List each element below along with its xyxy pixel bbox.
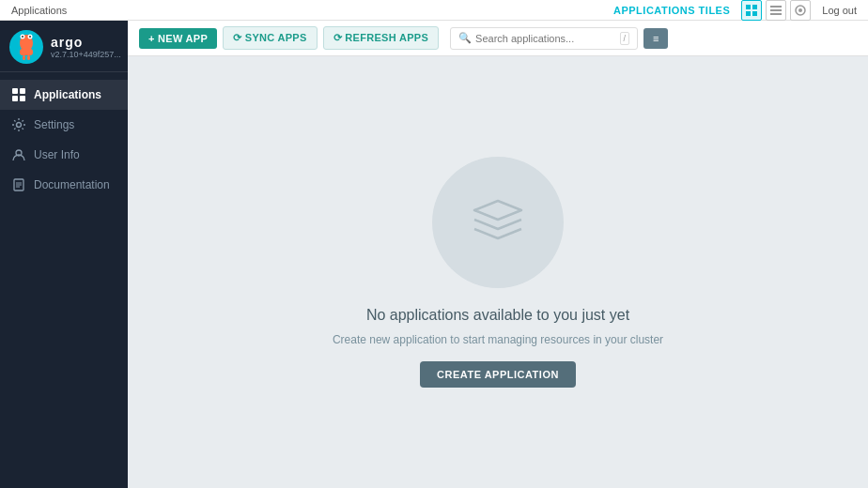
new-app-button[interactable]: + NEW APP [139, 28, 217, 49]
top-bar-right: APPLICATIONS TILES [613, 0, 857, 21]
toolbar: + NEW APP ⟳ SYNC APPS ⟳ REFRESH APPS 🔍 /… [128, 21, 868, 56]
top-bar: Applications APPLICATIONS TILES [0, 0, 868, 21]
layers-icon [465, 190, 531, 255]
sidebar-item-settings[interactable]: Settings [0, 110, 128, 140]
sidebar-item-documentation[interactable]: Documentation [0, 170, 128, 200]
sidebar-header: argo v2.7.10+449f257... ← [0, 21, 128, 72]
svg-point-8 [798, 8, 802, 12]
svg-rect-3 [752, 11, 757, 16]
svg-rect-22 [20, 96, 25, 101]
sidebar-item-user-info[interactable]: User Info [0, 140, 128, 170]
main-layout: argo v2.7.10+449f257... ← Applications [0, 21, 868, 488]
svg-point-15 [29, 36, 31, 38]
svg-rect-1 [752, 5, 757, 9]
list-view-button[interactable] [766, 0, 786, 21]
nav-tiles-link[interactable]: APPLICATIONS TILES [613, 5, 730, 16]
list-icon [770, 5, 782, 16]
content-area: + NEW APP ⟳ SYNC APPS ⟳ REFRESH APPS 🔍 /… [128, 21, 868, 488]
breadcrumb: Applications [11, 5, 67, 16]
refresh-apps-button[interactable]: ⟳ REFRESH APPS [323, 26, 439, 50]
search-shortcut: / [620, 32, 630, 45]
svg-rect-4 [770, 6, 782, 8]
svg-rect-2 [746, 11, 751, 16]
sidebar: argo v2.7.10+449f257... ← Applications [0, 21, 128, 488]
sidebar-item-applications-label: Applications [34, 88, 101, 101]
sidebar-nav: Applications Settings Us [0, 72, 128, 488]
empty-title: No applications available to you just ye… [366, 307, 629, 324]
svg-rect-19 [12, 88, 18, 94]
svg-point-23 [17, 123, 22, 128]
filter-button[interactable]: ≡ [643, 28, 668, 49]
svg-rect-18 [27, 55, 30, 60]
logout-button[interactable]: Log out [822, 5, 857, 16]
svg-marker-29 [474, 201, 521, 220]
svg-rect-17 [23, 55, 25, 60]
search-container: 🔍 / [450, 27, 638, 50]
svg-rect-6 [770, 13, 782, 15]
search-icon: 🔍 [458, 32, 472, 44]
sidebar-item-settings-label: Settings [34, 118, 74, 131]
applications-icon [11, 87, 26, 102]
logo-text: argo v2.7.10+449f257... [51, 35, 121, 59]
user-icon [11, 147, 26, 162]
svg-rect-20 [20, 88, 25, 94]
empty-subtitle: Create new application to start managing… [333, 333, 663, 346]
svg-rect-21 [12, 96, 18, 101]
cluster-view-button[interactable] [790, 0, 811, 21]
cluster-icon [795, 5, 806, 16]
logo-version: v2.7.10+449f257... [51, 50, 121, 59]
documentation-icon [11, 177, 26, 192]
argo-logo [9, 30, 43, 64]
logo-name: argo [51, 35, 121, 50]
svg-rect-0 [746, 5, 751, 9]
grid-view-button[interactable] [741, 0, 762, 21]
create-application-button[interactable]: CREATE APPLICATION [420, 361, 576, 388]
svg-point-14 [22, 36, 23, 38]
view-icons [741, 0, 811, 21]
empty-icon-circle [432, 157, 564, 288]
sidebar-item-user-info-label: User Info [34, 148, 80, 161]
settings-icon [11, 117, 26, 132]
sidebar-item-documentation-label: Documentation [34, 178, 110, 191]
search-input[interactable] [475, 33, 615, 44]
sidebar-item-applications[interactable]: Applications [0, 80, 128, 110]
sync-apps-button[interactable]: ⟳ SYNC APPS [223, 26, 318, 50]
svg-rect-16 [20, 49, 33, 55]
empty-state: No applications available to you just ye… [128, 56, 868, 488]
grid-icon [746, 5, 757, 16]
svg-rect-5 [770, 9, 782, 11]
